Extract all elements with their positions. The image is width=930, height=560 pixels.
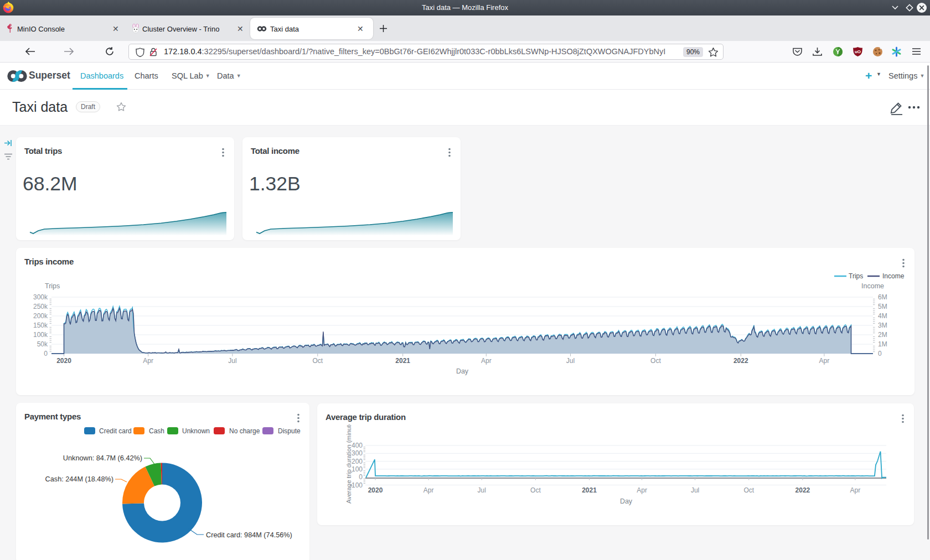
svg-text:Apr: Apr	[143, 357, 153, 365]
svg-text:100k: 100k	[33, 331, 48, 339]
svg-text:0: 0	[359, 473, 363, 481]
svg-text:Apr: Apr	[850, 486, 861, 494]
svg-text:Jul: Jul	[691, 486, 699, 494]
svg-text:Jul: Jul	[566, 357, 575, 365]
svg-text:300k: 300k	[33, 293, 48, 301]
svg-text:Day: Day	[620, 497, 633, 505]
svg-text:Unknown: 84.7M (6.42%): Unknown: 84.7M (6.42%)	[63, 454, 142, 462]
svg-text:Oct: Oct	[743, 486, 754, 494]
svg-text:4M: 4M	[878, 312, 887, 320]
svg-text:0: 0	[878, 350, 882, 357]
svg-text:150k: 150k	[33, 322, 48, 329]
svg-text:50k: 50k	[37, 340, 48, 348]
svg-text:-100: -100	[349, 481, 363, 489]
svg-text:Oct: Oct	[650, 357, 661, 365]
svg-text:Apr: Apr	[481, 357, 492, 365]
svg-text:Income: Income	[882, 272, 905, 280]
svg-text:Trips: Trips	[849, 272, 863, 280]
svg-text:Jul: Jul	[228, 357, 236, 365]
svg-text:2022: 2022	[733, 357, 748, 365]
svg-text:2021: 2021	[395, 357, 410, 365]
svg-text:1M: 1M	[878, 340, 887, 348]
svg-text:Apr: Apr	[423, 486, 434, 494]
svg-text:300: 300	[352, 449, 363, 457]
svg-text:2022: 2022	[795, 486, 810, 494]
svg-text:Apr: Apr	[819, 357, 830, 365]
svg-text:6M: 6M	[878, 293, 887, 301]
svg-text:100: 100	[352, 465, 363, 473]
svg-text:3M: 3M	[878, 322, 887, 329]
svg-text:Income: Income	[861, 282, 884, 290]
svg-text:0: 0	[44, 350, 48, 357]
svg-text:Day: Day	[456, 367, 469, 375]
svg-text:250k: 250k	[33, 303, 48, 310]
svg-text:Oct: Oct	[312, 357, 323, 365]
svg-text:Oct: Oct	[530, 486, 541, 494]
svg-text:2020: 2020	[368, 486, 383, 494]
svg-text:2M: 2M	[878, 331, 887, 339]
svg-text:400: 400	[352, 442, 363, 449]
svg-text:200: 200	[352, 458, 363, 465]
svg-text:200k: 200k	[33, 312, 48, 320]
svg-text:Credit card: Credit card	[99, 427, 132, 435]
svg-text:2020: 2020	[56, 357, 71, 365]
svg-text:2021: 2021	[582, 486, 597, 494]
svg-text:Cash: Cash	[149, 427, 164, 435]
svg-text:No charge: No charge	[229, 427, 260, 435]
svg-text:Dispute: Dispute	[278, 427, 301, 435]
svg-text:Unknown: Unknown	[182, 427, 210, 435]
svg-text:Cash: 244M (18.48%): Cash: 244M (18.48%)	[45, 475, 113, 483]
svg-text:Credit card: 984M (74.56%): Credit card: 984M (74.56%)	[206, 531, 292, 539]
svg-text:uO: uO	[855, 49, 861, 54]
svg-text:Trips: Trips	[45, 282, 60, 290]
svg-text:5M: 5M	[878, 303, 887, 310]
svg-text:Apr: Apr	[637, 486, 647, 494]
svg-text:Jul: Jul	[478, 486, 486, 494]
